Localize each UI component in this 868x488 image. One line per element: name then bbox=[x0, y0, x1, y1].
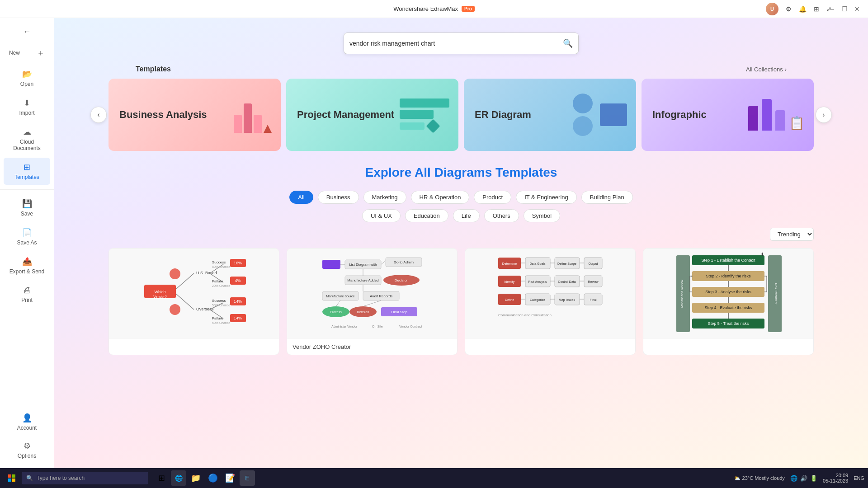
all-collections-link[interactable]: All Collections › bbox=[746, 66, 787, 73]
filter-chip-education[interactable]: Education bbox=[405, 209, 448, 222]
battery-icon[interactable]: 🔋 bbox=[810, 475, 817, 482]
svg-line-52 bbox=[336, 300, 340, 306]
taskbar-app-edge[interactable]: 🔵 bbox=[205, 470, 221, 486]
filter-chip-symbol[interactable]: Symbol bbox=[524, 209, 560, 222]
grid-icon[interactable]: ⊞ bbox=[814, 5, 819, 13]
svg-text:50% Chance: 50% Chance bbox=[212, 304, 230, 307]
template-card-label-1 bbox=[109, 339, 279, 348]
volume-icon[interactable]: 🔊 bbox=[800, 475, 807, 482]
carousel-next-button[interactable]: › bbox=[816, 107, 832, 123]
filter-chip-it[interactable]: IT & Engineering bbox=[516, 191, 577, 204]
sort-row: Trending Newest Popular bbox=[108, 228, 814, 241]
sidebar-item-options[interactable]: ⚙ Options bbox=[4, 436, 50, 464]
svg-text:Failure: Failure bbox=[212, 279, 223, 283]
process-flow-svg: Determine Data Goals Define Scope Output… bbox=[496, 251, 604, 337]
maximize-button[interactable]: ❐ bbox=[841, 5, 848, 13]
settings-icon[interactable]: ⚙ bbox=[786, 5, 792, 13]
filter-chip-product[interactable]: Product bbox=[474, 191, 511, 204]
svg-text:Risk Treatment: Risk Treatment bbox=[774, 283, 778, 304]
sidebar-item-templates[interactable]: ⊞ Templates bbox=[4, 158, 50, 185]
carousel-card-infographic[interactable]: Infographic 📋 bbox=[642, 79, 814, 151]
carousel-card-label-er: ER Diagram bbox=[475, 109, 531, 121]
sidebar-item-save[interactable]: 💾 Save bbox=[4, 194, 50, 221]
template-card-label-3 bbox=[465, 339, 635, 348]
bell-icon[interactable]: 🔔 bbox=[799, 5, 807, 13]
svg-text:Step 3 - Analyse the risks: Step 3 - Analyse the risks bbox=[705, 290, 751, 294]
windows-start-button[interactable] bbox=[4, 470, 20, 486]
templates-header: Templates All Collections › bbox=[54, 65, 868, 79]
filter-chip-business[interactable]: Business bbox=[318, 191, 359, 204]
filter-chip-all[interactable]: All bbox=[289, 191, 313, 204]
bar-3 bbox=[254, 115, 262, 133]
sidebar-item-print[interactable]: 🖨 Print bbox=[4, 281, 50, 308]
sidebar-bottom: 👤 Account ⚙ Options bbox=[0, 408, 54, 465]
filter-chip-marketing[interactable]: Marketing bbox=[363, 191, 406, 204]
taskbar-app-word[interactable]: 📝 bbox=[222, 470, 238, 486]
sidebar-item-save-as[interactable]: 📄 Save As bbox=[4, 223, 50, 250]
search-area: 🔍 bbox=[54, 18, 868, 65]
close-button[interactable]: ✕ bbox=[854, 5, 861, 13]
sidebar-item-open[interactable]: 📂 Open bbox=[4, 65, 50, 92]
svg-text:Audit Records: Audit Records bbox=[370, 294, 392, 298]
template-card-3[interactable]: Determine Data Goals Define Scope Output… bbox=[465, 248, 636, 355]
svg-text:Decision: Decision bbox=[357, 310, 369, 314]
taskbar-date: 05-11-2023 bbox=[823, 478, 848, 483]
sidebar-item-import[interactable]: ⬇ Import bbox=[4, 94, 50, 121]
search-input[interactable] bbox=[349, 40, 555, 47]
taskbar-app-task-view[interactable]: ⊞ bbox=[154, 470, 169, 486]
export-icon: 📤 bbox=[22, 257, 32, 267]
templates-label: Templates bbox=[14, 174, 39, 180]
svg-text:Vendor Contract: Vendor Contract bbox=[399, 325, 422, 328]
filter-chip-building[interactable]: Building Plan bbox=[581, 191, 633, 204]
svg-text:List Diagram with: List Diagram with bbox=[349, 263, 377, 267]
filter-chip-hr[interactable]: HR & Operation bbox=[411, 191, 470, 204]
filter-chip-life[interactable]: Life bbox=[453, 209, 480, 222]
import-icon: ⬇ bbox=[24, 98, 30, 108]
back-icon: ← bbox=[23, 27, 31, 37]
filter-chip-others[interactable]: Others bbox=[484, 209, 519, 222]
taskbar-app-files[interactable]: 📁 bbox=[188, 470, 203, 486]
flowchart-svg: List Diagram with Go to Admin Manufactur… bbox=[318, 251, 426, 337]
template-card-2[interactable]: List Diagram with Go to Admin Manufactur… bbox=[287, 248, 458, 355]
taskbar-search-box[interactable]: 🔍 Type here to search bbox=[22, 472, 148, 484]
user-avatar[interactable]: U bbox=[766, 3, 778, 15]
taskbar-app-edraw[interactable]: E bbox=[240, 470, 255, 486]
search-box: 🔍 bbox=[344, 33, 579, 54]
svg-text:Define Scope: Define Scope bbox=[557, 262, 576, 266]
bar-2 bbox=[244, 103, 252, 133]
filter-chip-uiux[interactable]: UI & UX bbox=[362, 209, 401, 222]
taskbar-app-chrome[interactable]: 🌐 bbox=[171, 470, 186, 486]
sidebar: ← New ＋ 📂 Open ⬇ Import ☁ Cloud Document… bbox=[0, 18, 54, 468]
network-icon[interactable]: 🌐 bbox=[790, 475, 797, 482]
svg-rect-118 bbox=[8, 474, 11, 478]
search-button[interactable]: 🔍 bbox=[563, 38, 573, 48]
risk-chart-svg: Step 1 - Establish the Context Monitor a… bbox=[674, 251, 783, 337]
carousel-card-business[interactable]: Business Analysis bbox=[108, 79, 281, 151]
minimize-button[interactable]: ─ bbox=[828, 5, 835, 13]
svg-text:Review: Review bbox=[588, 280, 599, 283]
template-card-1[interactable]: Which Vendor? U.S. Based Success 80% Cha… bbox=[108, 248, 279, 355]
sidebar-item-export[interactable]: 📤 Export & Send bbox=[4, 252, 50, 279]
carousel-card-label-infographic: Infographic bbox=[652, 109, 707, 121]
svg-line-49 bbox=[381, 261, 386, 264]
sidebar-back-button[interactable]: ← bbox=[4, 23, 50, 41]
svg-text:Monitor and Review: Monitor and Review bbox=[680, 279, 684, 308]
account-icon: 👤 bbox=[22, 413, 32, 423]
sidebar-item-cloud[interactable]: ☁ Cloud Documents bbox=[4, 122, 50, 156]
svg-text:14%: 14% bbox=[234, 316, 242, 320]
new-plus-icon: ＋ bbox=[37, 47, 45, 58]
sort-select[interactable]: Trending Newest Popular bbox=[770, 228, 814, 241]
svg-text:Decision: Decision bbox=[395, 278, 409, 282]
sidebar-item-new[interactable]: New ＋ bbox=[4, 43, 50, 63]
template-card-4[interactable]: Step 1 - Establish the Context Monitor a… bbox=[643, 248, 814, 355]
carousel-card-er[interactable]: ER Diagram bbox=[464, 79, 636, 151]
title-bar: Wondershare EdrawMax Pro U ⚙ 🔔 ⊞ ⤢ ─ ❐ ✕ bbox=[0, 0, 868, 18]
chevron-right-icon: › bbox=[785, 66, 787, 73]
carousel-card-project[interactable]: Project Management bbox=[286, 79, 458, 151]
template-grid: Which Vendor? U.S. Based Success 80% Cha… bbox=[108, 248, 814, 370]
window-controls: ─ ❐ ✕ bbox=[828, 5, 861, 13]
sidebar-item-account[interactable]: 👤 Account bbox=[4, 408, 50, 436]
print-icon: 🖨 bbox=[23, 286, 31, 295]
svg-text:50% Chance: 50% Chance bbox=[212, 321, 230, 324]
carousel-prev-button[interactable]: ‹ bbox=[90, 107, 107, 123]
